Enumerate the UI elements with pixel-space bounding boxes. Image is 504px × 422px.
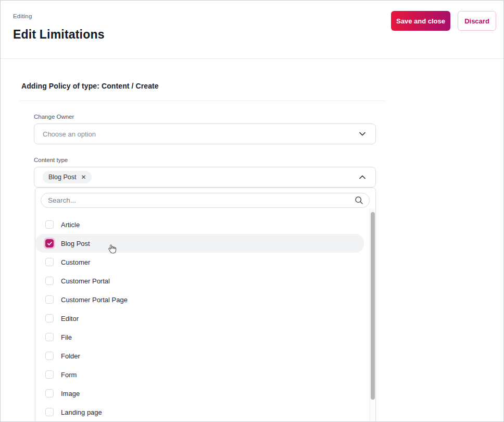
policy-form: Adding Policy of type: Content / Create … <box>1 59 503 188</box>
checkbox-checked[interactable] <box>45 239 54 247</box>
list-item[interactable]: Blog Post <box>35 234 364 253</box>
list-item[interactable]: Form <box>35 365 364 384</box>
header-actions: Save and close Discard <box>391 11 496 31</box>
section-divider <box>19 101 385 101</box>
option-label: Customer <box>61 258 90 266</box>
change-owner-label: Change Owner <box>34 114 376 120</box>
search-icon <box>355 196 363 205</box>
option-label: Landing page <box>61 408 102 416</box>
list-item[interactable]: File <box>35 328 364 346</box>
discard-button[interactable]: Discard <box>458 11 496 31</box>
list-item[interactable]: Article <box>35 215 364 234</box>
search-input[interactable] <box>41 193 370 208</box>
list-item[interactable]: Customer Portal Page <box>35 290 364 309</box>
option-label: File <box>61 333 72 341</box>
checkbox-unchecked[interactable] <box>45 258 54 266</box>
change-owner-select[interactable]: Choose an option <box>34 123 376 144</box>
option-label: Customer Portal Page <box>61 296 128 304</box>
checkbox-unchecked[interactable] <box>45 408 54 416</box>
checkbox-unchecked[interactable] <box>45 333 54 341</box>
chip-remove-icon[interactable]: ✕ <box>81 174 86 180</box>
chevron-down-icon <box>358 129 367 139</box>
option-label: Article <box>61 221 80 229</box>
list-item[interactable]: Landing page <box>35 403 364 421</box>
list-item[interactable]: Editor <box>35 309 364 328</box>
list-item[interactable]: Customer <box>35 253 364 271</box>
list-item[interactable]: Customer Portal <box>35 271 364 290</box>
checkbox-unchecked[interactable] <box>45 295 54 304</box>
option-label: Form <box>61 371 77 379</box>
checkbox-unchecked[interactable] <box>45 314 54 322</box>
save-and-close-button[interactable]: Save and close <box>391 11 450 31</box>
checkbox-unchecked[interactable] <box>45 220 54 229</box>
content-type-dropdown-panel: ArticleBlog PostCustomerCustomer PortalC… <box>35 188 376 422</box>
list-item[interactable]: Image <box>35 384 364 403</box>
checkbox-unchecked[interactable] <box>45 389 54 398</box>
scrollbar-thumb[interactable] <box>371 212 375 400</box>
scrollbar-track[interactable] <box>370 208 375 422</box>
chevron-up-icon <box>358 172 367 182</box>
checkbox-unchecked[interactable] <box>45 277 54 285</box>
content-type-option-list: ArticleBlog PostCustomerCustomer PortalC… <box>35 215 375 421</box>
option-label: Blog Post <box>61 240 90 247</box>
option-label: Customer Portal <box>61 277 110 285</box>
option-label: Image <box>61 390 80 398</box>
option-label: Folder <box>61 352 80 360</box>
content-type-label: Content type <box>34 157 376 163</box>
edit-limitations-window: Editing Edit Limitations Save and close … <box>0 0 504 422</box>
checkbox-unchecked[interactable] <box>45 370 54 379</box>
selected-chip-blog-post: Blog Post ✕ <box>43 171 92 183</box>
section-title: Adding Policy of type: Content / Create <box>21 82 503 90</box>
chip-label: Blog Post <box>48 173 77 181</box>
content-type-select[interactable]: Blog Post ✕ <box>34 167 376 188</box>
list-item[interactable]: Folder <box>35 346 364 365</box>
checkbox-unchecked[interactable] <box>45 352 54 360</box>
change-owner-placeholder: Choose an option <box>43 130 358 138</box>
option-label: Editor <box>61 315 79 322</box>
check-icon <box>47 241 53 246</box>
header: Editing Edit Limitations Save and close … <box>1 1 503 59</box>
